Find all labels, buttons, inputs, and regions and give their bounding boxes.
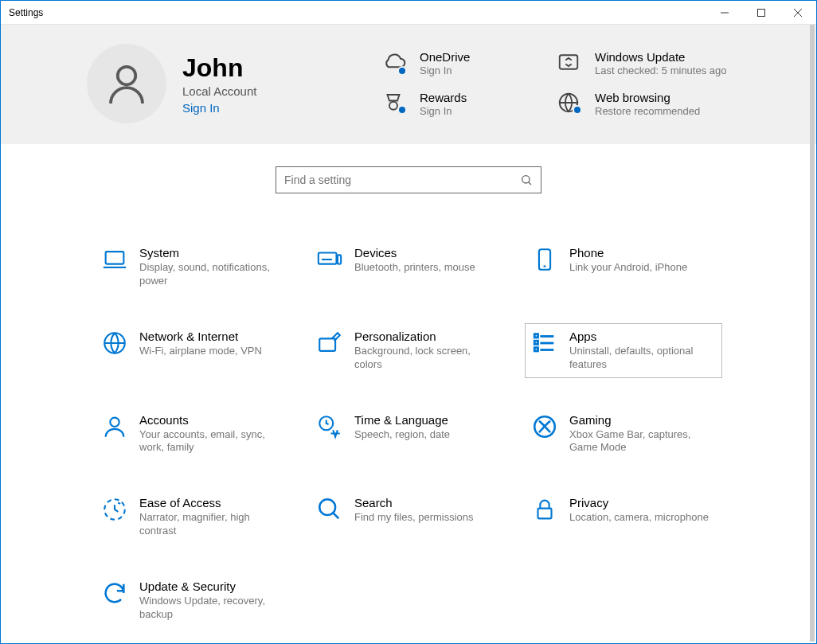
category-apps[interactable]: AppsUninstall, defaults, optional featur… bbox=[525, 323, 722, 378]
list-icon bbox=[531, 330, 569, 357]
category-sub: Xbox Game Bar, captures, Game Mode bbox=[569, 428, 716, 455]
category-title: Network & Internet bbox=[139, 330, 262, 343]
search-box[interactable] bbox=[276, 166, 541, 193]
svg-rect-11 bbox=[319, 253, 337, 264]
tile-onedrive[interactable]: OneDriveSign In bbox=[381, 50, 557, 76]
category-sub: Display, sound, notifications, power bbox=[139, 261, 286, 288]
category-title: System bbox=[139, 246, 286, 260]
category-title: Ease of Access bbox=[139, 496, 286, 509]
phone-icon bbox=[531, 246, 569, 273]
category-sub: Windows Update, recovery, backup bbox=[139, 595, 286, 622]
svg-point-31 bbox=[319, 500, 335, 516]
laptop-icon bbox=[101, 246, 139, 273]
user-name: John bbox=[182, 53, 256, 83]
category-network[interactable]: Network & InternetWi-Fi, airplane mode, … bbox=[95, 323, 292, 378]
medal-icon bbox=[381, 91, 420, 115]
categories-grid: SystemDisplay, sound, notifications, pow… bbox=[95, 240, 816, 628]
window-controls bbox=[706, 1, 816, 25]
header-panel: John Local Account Sign In OneDriveSign … bbox=[1, 25, 816, 144]
category-sub: Wi-Fi, airplane mode, VPN bbox=[139, 345, 262, 358]
tile-web-browsing[interactable]: Web browsingRestore recommended bbox=[557, 91, 732, 117]
search-input[interactable] bbox=[284, 174, 520, 186]
tile-sub: Restore recommended bbox=[595, 105, 700, 117]
globe-icon bbox=[557, 91, 595, 115]
user-account-type: Local Account bbox=[182, 84, 256, 98]
category-sub: Your accounts, email, sync, work, family bbox=[139, 428, 286, 455]
category-sub: Background, lock screen, colors bbox=[354, 345, 501, 372]
svg-point-6 bbox=[389, 102, 397, 110]
category-system[interactable]: SystemDisplay, sound, notifications, pow… bbox=[95, 240, 292, 295]
globe-icon bbox=[101, 330, 139, 357]
category-time-language[interactable]: Time & LanguageSpeech, region, date bbox=[310, 407, 507, 462]
lock-icon bbox=[531, 496, 569, 523]
svg-point-8 bbox=[522, 176, 530, 183]
svg-rect-10 bbox=[106, 252, 124, 264]
tile-title: Web browsing bbox=[595, 91, 700, 104]
minimize-button[interactable] bbox=[706, 1, 743, 25]
category-devices[interactable]: DevicesBluetooth, printers, mouse bbox=[310, 240, 507, 295]
user-signin-link[interactable]: Sign In bbox=[182, 101, 256, 115]
svg-rect-33 bbox=[538, 509, 552, 519]
person-icon bbox=[103, 60, 150, 107]
category-title: Search bbox=[354, 496, 474, 509]
category-phone[interactable]: PhoneLink your Android, iPhone bbox=[525, 240, 722, 295]
svg-rect-12 bbox=[338, 255, 341, 263]
sync-icon bbox=[101, 580, 139, 607]
svg-rect-25 bbox=[534, 341, 538, 344]
category-sub: Location, camera, microphone bbox=[569, 511, 709, 525]
category-sub: Speech, region, date bbox=[354, 428, 450, 442]
cloud-icon bbox=[381, 50, 420, 76]
svg-point-27 bbox=[110, 417, 119, 426]
person-icon bbox=[101, 413, 139, 440]
category-title: Accounts bbox=[139, 413, 286, 427]
category-sub: Narrator, magnifier, high contrast bbox=[139, 511, 286, 538]
tile-rewards[interactable]: RewardsSign In bbox=[381, 91, 557, 117]
maximize-button[interactable] bbox=[743, 1, 780, 25]
category-title: Update & Security bbox=[139, 580, 286, 593]
avatar bbox=[87, 44, 166, 123]
category-sub: Find my files, permissions bbox=[354, 511, 474, 525]
tile-windows-update[interactable]: Windows UpdateLast checked: 5 minutes ag… bbox=[557, 50, 732, 76]
category-title: Phone bbox=[569, 246, 687, 260]
category-search[interactable]: SearchFind my files, permissions bbox=[310, 490, 507, 544]
window-title: Settings bbox=[1, 7, 706, 18]
tile-sub: Sign In bbox=[420, 105, 467, 117]
clock-language-icon bbox=[316, 413, 354, 440]
svg-rect-1 bbox=[758, 9, 765, 16]
magnifier-icon bbox=[316, 496, 354, 523]
tile-title: OneDrive bbox=[420, 50, 470, 64]
xbox-icon bbox=[531, 413, 569, 440]
category-accounts[interactable]: AccountsYour accounts, email, sync, work… bbox=[95, 407, 292, 462]
search-icon bbox=[520, 174, 533, 186]
user-block[interactable]: John Local Account Sign In bbox=[87, 44, 381, 123]
category-title: Gaming bbox=[569, 413, 716, 427]
category-sub: Link your Android, iPhone bbox=[569, 261, 687, 275]
svg-line-9 bbox=[529, 182, 531, 185]
category-title: Privacy bbox=[569, 496, 709, 509]
category-title: Devices bbox=[354, 246, 475, 260]
close-button[interactable] bbox=[780, 1, 816, 25]
tile-title: Rewards bbox=[420, 91, 467, 104]
category-gaming[interactable]: GamingXbox Game Bar, captures, Game Mode bbox=[525, 407, 722, 462]
category-personalization[interactable]: PersonalizationBackground, lock screen, … bbox=[310, 323, 507, 378]
category-title: Time & Language bbox=[354, 413, 450, 427]
keyboard-icon bbox=[316, 246, 354, 273]
tile-sub: Last checked: 5 minutes ago bbox=[595, 64, 727, 76]
refresh-icon bbox=[557, 50, 595, 74]
svg-rect-26 bbox=[534, 347, 538, 350]
category-ease-of-access[interactable]: Ease of AccessNarrator, magnifier, high … bbox=[95, 490, 292, 544]
search-section bbox=[1, 144, 816, 201]
svg-rect-24 bbox=[534, 334, 538, 337]
tile-title: Windows Update bbox=[595, 50, 727, 64]
scrollbar[interactable] bbox=[810, 25, 815, 642]
header-tiles: OneDriveSign In Windows UpdateLast check… bbox=[381, 50, 732, 117]
paint-icon bbox=[316, 330, 354, 357]
svg-rect-20 bbox=[319, 338, 335, 351]
category-sub: Bluetooth, printers, mouse bbox=[354, 261, 475, 275]
svg-point-4 bbox=[118, 67, 136, 85]
category-privacy[interactable]: PrivacyLocation, camera, microphone bbox=[525, 490, 722, 544]
category-title: Personalization bbox=[354, 330, 501, 343]
svg-line-32 bbox=[333, 513, 338, 519]
category-update-security[interactable]: Update & SecurityWindows Update, recover… bbox=[95, 573, 292, 628]
category-title: Apps bbox=[569, 330, 716, 343]
